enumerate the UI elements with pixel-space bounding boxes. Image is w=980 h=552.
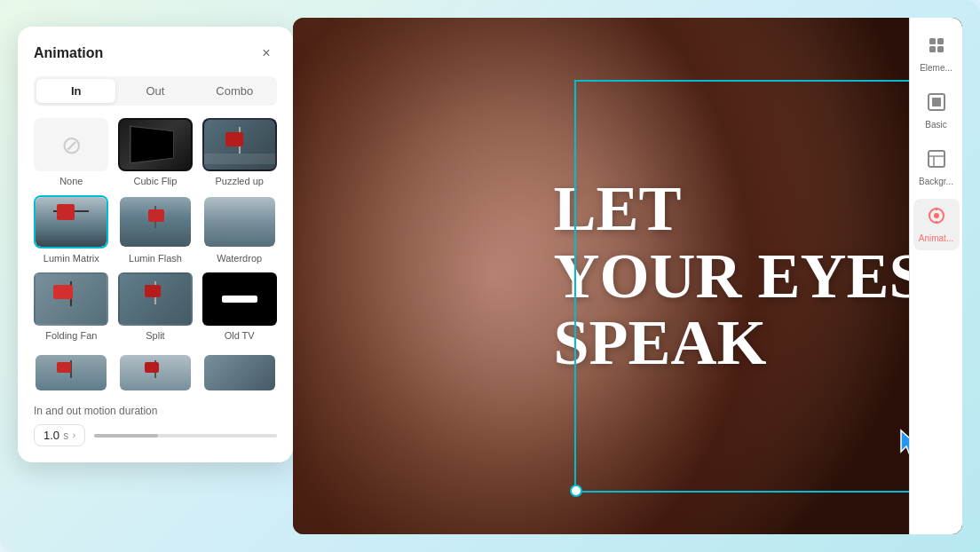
- svg-rect-7: [929, 151, 944, 167]
- anim-cubic-flip[interactable]: Cubic Flip: [118, 118, 194, 186]
- partial-animation-row: [34, 353, 277, 392]
- anim-none[interactable]: ⊘ None: [34, 118, 109, 186]
- anim-none-thumb: ⊘: [34, 118, 108, 171]
- anim-split-label: Split: [146, 330, 164, 341]
- anim-partial2[interactable]: [118, 353, 194, 392]
- close-button[interactable]: ×: [256, 43, 277, 64]
- animation-panel: Animation × In Out Combo ⊘ None Cubic Fl…: [18, 27, 293, 462]
- sidebar-item-animate[interactable]: Animat...: [913, 199, 960, 250]
- svg-rect-6: [932, 98, 941, 106]
- right-sidebar: Eleme... Basic Backgr...: [909, 18, 962, 534]
- basic-icon: [927, 92, 946, 116]
- panel-title: Animation: [34, 45, 103, 61]
- white-bar: [222, 296, 257, 303]
- basic-label: Basic: [925, 120, 946, 130]
- sidebar-item-elements[interactable]: Eleme...: [913, 28, 960, 80]
- background-icon: [927, 149, 946, 173]
- tab-in[interactable]: In: [36, 79, 115, 103]
- svg-rect-2: [937, 38, 944, 44]
- anim-puzzled-up-thumb: [202, 118, 277, 171]
- duration-control: 1.0 s ›: [34, 424, 277, 446]
- animate-label: Animat...: [919, 233, 953, 243]
- anim-lumin-flash[interactable]: Lumin Flash: [118, 195, 194, 264]
- canvas-text: LET YOUR EYES SPEAK: [553, 176, 924, 377]
- svg-rect-4: [937, 46, 944, 52]
- anim-lumin-flash-thumb: [118, 195, 193, 248]
- anim-lumin-matrix[interactable]: Lumin Matrix: [34, 195, 109, 264]
- anim-folding-fan[interactable]: Folding Fan: [34, 272, 109, 341]
- slider-fill: [94, 434, 158, 438]
- sidebar-item-basic[interactable]: Basic: [913, 85, 960, 137]
- chevron-right-icon: ›: [73, 430, 75, 440]
- anim-partial3[interactable]: [202, 353, 277, 392]
- anim-folding-fan-label: Folding Fan: [45, 330, 97, 341]
- anim-old-tv-thumb: [202, 272, 277, 326]
- elements-label: Eleme...: [920, 63, 952, 73]
- anim-waterdrop-thumb: [202, 195, 277, 248]
- tab-combo[interactable]: Combo: [195, 79, 274, 103]
- canvas-background: LET YOUR EYES SPEAK: [293, 18, 962, 534]
- anim-folding-fan-thumb: [34, 272, 108, 326]
- anim-lumin-flash-label: Lumin Flash: [129, 253, 182, 264]
- duration-value-box[interactable]: 1.0 s ›: [34, 424, 85, 446]
- anim-none-label: None: [59, 176, 83, 186]
- panel-header: Animation ×: [34, 43, 277, 64]
- anim-partial3-thumb: [202, 353, 277, 392]
- duration-label: In and out motion duration: [34, 405, 277, 417]
- sidebar-item-background[interactable]: Backgr...: [913, 142, 960, 193]
- anim-lumin-matrix-label: Lumin Matrix: [43, 253, 99, 264]
- anim-cubic-flip-label: Cubic Flip: [134, 176, 178, 186]
- anim-waterdrop[interactable]: Waterdrop: [202, 195, 277, 264]
- animate-icon: [927, 206, 946, 230]
- elements-icon: [927, 35, 946, 59]
- svg-rect-3: [929, 46, 936, 52]
- anim-partial2-thumb: [118, 353, 193, 392]
- anim-puzzled-up-label: Puzzled up: [215, 176, 263, 186]
- duration-section: In and out motion duration 1.0 s ›: [34, 405, 277, 446]
- anim-partial1[interactable]: [34, 353, 109, 392]
- animation-grid: ⊘ None Cubic Flip Puzzled up: [34, 118, 277, 341]
- svg-point-11: [934, 213, 939, 218]
- canvas-area: LET YOUR EYES SPEAK: [293, 18, 962, 534]
- duration-unit: s: [63, 430, 68, 442]
- anim-split-thumb: [118, 272, 193, 326]
- anim-cubic-flip-thumb: [118, 118, 193, 171]
- anim-old-tv-label: Old TV: [225, 330, 255, 341]
- anim-old-tv[interactable]: Old TV: [202, 272, 277, 341]
- anim-split[interactable]: Split: [118, 272, 194, 341]
- background-label: Backgr...: [919, 177, 953, 186]
- tab-out[interactable]: Out: [115, 79, 194, 103]
- anim-partial1-thumb: [34, 353, 108, 392]
- animation-tabs: In Out Combo: [34, 76, 277, 106]
- anim-puzzled-up[interactable]: Puzzled up: [202, 118, 277, 186]
- anim-lumin-matrix-thumb: [34, 195, 108, 248]
- duration-value: 1.0: [43, 429, 59, 442]
- svg-rect-1: [929, 38, 936, 44]
- anim-waterdrop-label: Waterdrop: [217, 253, 262, 264]
- duration-slider[interactable]: [94, 434, 277, 438]
